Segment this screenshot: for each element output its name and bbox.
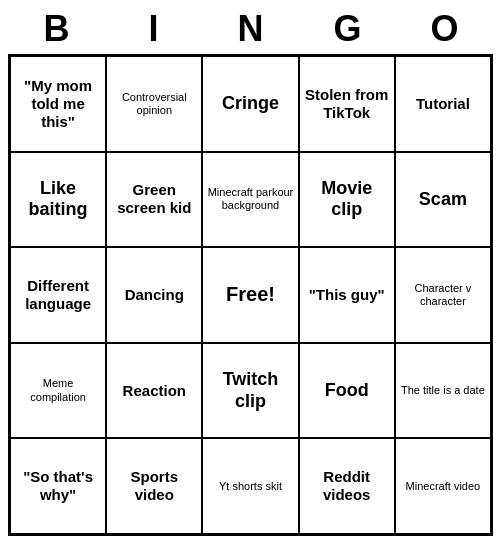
bingo-grid: "My mom told me this"Controversial opini… (8, 54, 493, 536)
cell-text-12: Free! (226, 283, 275, 306)
cell-text-8: Movie clip (304, 178, 390, 221)
cell-text-24: Minecraft video (406, 480, 481, 493)
bingo-cell-17[interactable]: Twitch clip (202, 343, 298, 439)
cell-text-13: "This guy" (309, 286, 385, 304)
cell-text-7: Minecraft parkour background (207, 186, 293, 212)
bingo-cell-12[interactable]: Free! (202, 247, 298, 343)
cell-text-1: Controversial opinion (111, 91, 197, 117)
letter-b: B (13, 8, 101, 50)
bingo-cell-7[interactable]: Minecraft parkour background (202, 152, 298, 248)
cell-text-17: Twitch clip (207, 369, 293, 412)
letter-n: N (207, 8, 295, 50)
bingo-cell-14[interactable]: Character v character (395, 247, 491, 343)
cell-text-19: The title is a date (401, 384, 485, 397)
letter-o: O (401, 8, 489, 50)
cell-text-3: Stolen from TikTok (304, 86, 390, 122)
cell-text-4: Tutorial (416, 95, 470, 113)
cell-text-22: Yt shorts skit (219, 480, 282, 493)
cell-text-11: Dancing (125, 286, 184, 304)
letter-i: I (110, 8, 198, 50)
bingo-cell-4[interactable]: Tutorial (395, 56, 491, 152)
bingo-cell-2[interactable]: Cringe (202, 56, 298, 152)
cell-text-15: Meme compilation (15, 377, 101, 403)
cell-text-23: Reddit videos (304, 468, 390, 504)
cell-text-2: Cringe (222, 93, 279, 115)
bingo-title: B I N G O (8, 8, 493, 50)
bingo-cell-1[interactable]: Controversial opinion (106, 56, 202, 152)
bingo-cell-15[interactable]: Meme compilation (10, 343, 106, 439)
cell-text-21: Sports video (111, 468, 197, 504)
cell-text-6: Green screen kid (111, 181, 197, 217)
bingo-cell-22[interactable]: Yt shorts skit (202, 438, 298, 534)
cell-text-14: Character v character (400, 282, 486, 308)
cell-text-20: "So that's why" (15, 468, 101, 504)
cell-text-18: Food (325, 380, 369, 402)
cell-text-9: Scam (419, 189, 467, 211)
cell-text-16: Reaction (123, 382, 186, 400)
bingo-cell-18[interactable]: Food (299, 343, 395, 439)
bingo-cell-23[interactable]: Reddit videos (299, 438, 395, 534)
bingo-cell-3[interactable]: Stolen from TikTok (299, 56, 395, 152)
bingo-cell-20[interactable]: "So that's why" (10, 438, 106, 534)
bingo-cell-21[interactable]: Sports video (106, 438, 202, 534)
bingo-cell-0[interactable]: "My mom told me this" (10, 56, 106, 152)
bingo-cell-16[interactable]: Reaction (106, 343, 202, 439)
bingo-cell-5[interactable]: Like baiting (10, 152, 106, 248)
cell-text-0: "My mom told me this" (15, 77, 101, 131)
bingo-cell-19[interactable]: The title is a date (395, 343, 491, 439)
bingo-cell-9[interactable]: Scam (395, 152, 491, 248)
bingo-cell-8[interactable]: Movie clip (299, 152, 395, 248)
bingo-cell-11[interactable]: Dancing (106, 247, 202, 343)
cell-text-10: Different language (15, 277, 101, 313)
letter-g: G (304, 8, 392, 50)
bingo-cell-13[interactable]: "This guy" (299, 247, 395, 343)
cell-text-5: Like baiting (15, 178, 101, 221)
bingo-cell-24[interactable]: Minecraft video (395, 438, 491, 534)
bingo-cell-10[interactable]: Different language (10, 247, 106, 343)
bingo-cell-6[interactable]: Green screen kid (106, 152, 202, 248)
